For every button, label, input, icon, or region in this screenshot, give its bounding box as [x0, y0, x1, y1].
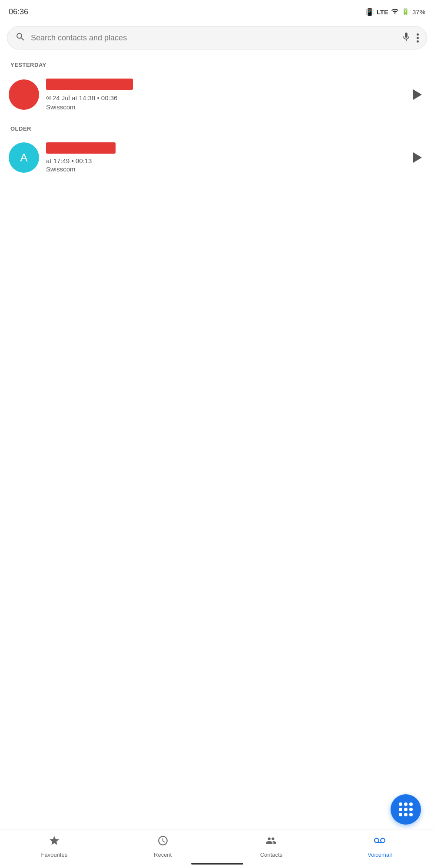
nav-item-recent[interactable]: Recent: [109, 835, 217, 858]
avatar-2: A: [9, 142, 39, 173]
voicemail-item-2[interactable]: A at 17:49 • 00:13 Swisscom: [0, 135, 434, 180]
nav-label-favourites: Favourites: [41, 852, 68, 858]
nav-label-contacts: Contacts: [260, 852, 282, 858]
nav-item-favourites[interactable]: Favourites: [0, 835, 109, 858]
item-date-1: 24 Jul at 14:38 • 00:36: [53, 94, 118, 102]
voicemail-icon: [374, 835, 385, 849]
item-meta-1: ∞ 24 Jul at 14:38 • 00:36: [46, 93, 403, 102]
avatar-letter-2: A: [20, 151, 27, 164]
name-row-1: [46, 79, 403, 91]
signal-icon: [391, 7, 399, 16]
nav-label-voicemail: Voicemail: [368, 852, 392, 858]
star-icon: [49, 835, 60, 849]
play-button-1[interactable]: [410, 87, 425, 102]
bottom-nav: Favourites Recent Contacts Voicemail: [0, 829, 434, 868]
item-date-2: at 17:49 • 00:13: [46, 157, 92, 164]
item-provider-2: Swisscom: [46, 165, 403, 173]
nav-item-voicemail[interactable]: Voicemail: [325, 835, 434, 858]
section-header-older: OLDER: [0, 118, 434, 135]
voicemail-symbol-1: ∞: [46, 93, 51, 102]
item-content-1: ∞ 24 Jul at 14:38 • 00:36 Swisscom: [46, 79, 403, 111]
nav-item-contacts[interactable]: Contacts: [217, 835, 326, 858]
dialpad-icon: [399, 802, 413, 816]
play-icon-2: [413, 152, 422, 163]
item-provider-1: Swisscom: [46, 103, 403, 111]
search-input[interactable]: [31, 33, 396, 43]
mic-icon[interactable]: [401, 32, 411, 44]
home-indicator: [191, 863, 243, 865]
voicemail-item-1[interactable]: ∞ 24 Jul at 14:38 • 00:36 Swisscom: [0, 72, 434, 118]
section-header-yesterday: YESTERDAY: [0, 54, 434, 72]
search-bar[interactable]: [7, 26, 427, 49]
battery-percent: 37%: [412, 8, 425, 16]
vibrate-icon: 📳: [365, 8, 374, 16]
people-icon: [265, 835, 277, 849]
battery-icon: 🔋: [401, 8, 410, 16]
status-icons: 📳 LTE 🔋 37%: [365, 7, 425, 16]
item-content-2: at 17:49 • 00:13 Swisscom: [46, 142, 403, 173]
play-icon-1: [413, 89, 422, 100]
avatar-1: [9, 79, 39, 110]
name-redacted-1: [46, 79, 133, 90]
more-options-icon[interactable]: [417, 33, 419, 43]
item-meta-2: at 17:49 • 00:13: [46, 157, 403, 164]
name-row-2: [46, 142, 403, 155]
name-redacted-2: [46, 142, 116, 154]
nav-label-recent: Recent: [154, 852, 172, 858]
search-bar-container: [0, 22, 434, 54]
search-icon: [15, 32, 26, 44]
dialpad-fab[interactable]: [391, 794, 421, 825]
play-button-2[interactable]: [410, 150, 425, 165]
status-bar: 06:36 📳 LTE 🔋 37%: [0, 0, 434, 22]
status-time: 06:36: [9, 7, 28, 16]
clock-icon: [157, 835, 169, 849]
lte-label: LTE: [377, 8, 388, 16]
